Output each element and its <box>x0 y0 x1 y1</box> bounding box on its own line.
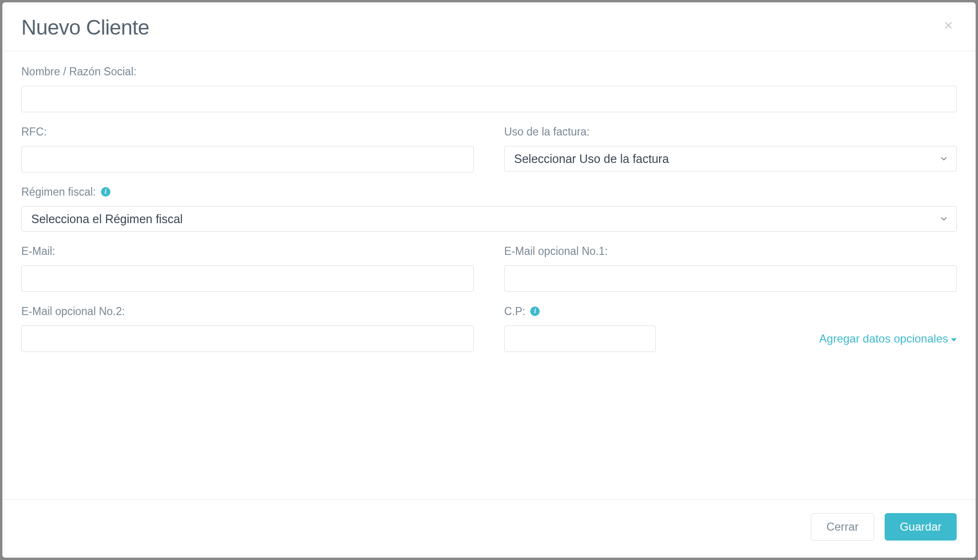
cp-label-text: C.P: <box>504 305 525 317</box>
close-icon-button[interactable]: × <box>940 16 957 35</box>
form-col-rfc: RFC: <box>21 126 474 186</box>
form-group-regimen: Régimen fiscal: i Selecciona el Régimen … <box>21 186 957 232</box>
caret-down-icon <box>951 338 957 342</box>
uso-factura-select[interactable]: Seleccionar Uso de la factura <box>504 146 957 172</box>
modal-body: Nombre / Razón Social: RFC: Uso de la fa… <box>2 51 976 499</box>
email-opt2-input[interactable] <box>21 325 474 352</box>
nombre-label: Nombre / Razón Social: <box>21 65 957 78</box>
modal-footer: Cerrar Guardar <box>2 499 976 558</box>
modal-dialog: Nuevo Cliente × Nombre / Razón Social: R… <box>2 2 976 558</box>
info-icon[interactable]: i <box>101 187 110 197</box>
form-col-email-opt2: E-Mail opcional No.2: <box>21 305 474 365</box>
form-col-cp: C.P: i Agregar datos opcionales <box>504 305 957 365</box>
guardar-button[interactable]: Guardar <box>885 513 957 541</box>
rfc-label: RFC: <box>21 126 474 138</box>
form-col-email: E-Mail: <box>21 245 474 305</box>
form-col-uso: Uso de la factura: Seleccionar Uso de la… <box>504 126 957 186</box>
form-row-emails: E-Mail: E-Mail opcional No.1: <box>21 245 957 305</box>
close-icon: × <box>944 17 953 34</box>
modal-title: Nuevo Cliente <box>21 16 149 39</box>
email-label: E-Mail: <box>21 245 474 258</box>
regimen-fiscal-select[interactable]: Selecciona el Régimen fiscal <box>21 206 957 232</box>
form-col-email-opt1: E-Mail opcional No.1: <box>504 245 957 305</box>
modal-header: Nuevo Cliente × <box>2 2 976 51</box>
rfc-input[interactable] <box>21 146 474 172</box>
form-row-email2-cp: E-Mail opcional No.2: C.P: i Agr <box>21 305 957 365</box>
info-icon[interactable]: i <box>530 307 540 316</box>
agregar-datos-opcionales-link[interactable]: Agregar datos opcionales <box>819 332 957 345</box>
uso-factura-label: Uso de la factura: <box>504 126 957 138</box>
email-input[interactable] <box>21 265 474 292</box>
cerrar-button[interactable]: Cerrar <box>811 513 874 541</box>
regimen-fiscal-label: Régimen fiscal: i <box>21 186 957 199</box>
email-opt1-input[interactable] <box>504 265 957 292</box>
nombre-input[interactable] <box>21 86 957 112</box>
cp-row: Agregar datos opcionales <box>504 325 957 352</box>
email-opt1-label: E-Mail opcional No.1: <box>504 245 957 258</box>
form-row-rfc-uso: RFC: Uso de la factura: Seleccionar Uso … <box>21 126 957 186</box>
form-group-nombre: Nombre / Razón Social: <box>21 65 957 112</box>
cp-input-wrapper <box>504 325 656 352</box>
cp-input[interactable] <box>504 325 656 352</box>
regimen-fiscal-label-text: Régimen fiscal: <box>21 186 96 198</box>
optional-link-text: Agregar datos opcionales <box>819 332 948 345</box>
cp-label: C.P: i <box>504 305 957 318</box>
email-opt2-label: E-Mail opcional No.2: <box>21 305 474 318</box>
